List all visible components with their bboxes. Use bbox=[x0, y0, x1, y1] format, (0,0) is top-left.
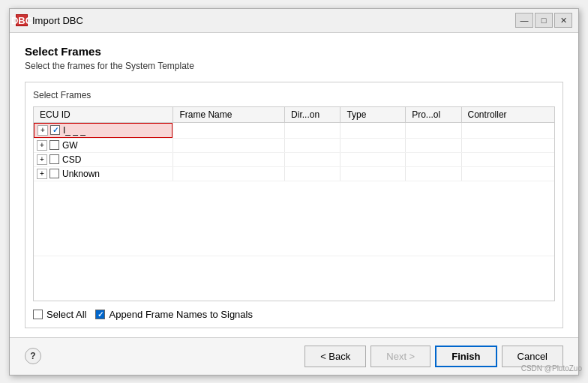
checkbox-ecu-1[interactable] bbox=[50, 125, 60, 135]
tree-row-ecu-3[interactable]: + CSD bbox=[34, 153, 172, 166]
table-body: + I_ _ _ bbox=[34, 122, 554, 256]
cell-dir-1 bbox=[285, 122, 340, 138]
cell-ctrl-3 bbox=[461, 152, 554, 166]
ecu-label-1: I_ _ _ bbox=[63, 125, 86, 136]
main-window: DBC Import DBC — □ ✕ Select Frames Selec… bbox=[9, 8, 579, 376]
table-row[interactable]: + GW bbox=[34, 138, 554, 152]
titlebar: DBC Import DBC — □ ✕ bbox=[10, 9, 578, 33]
help-button[interactable]: ? bbox=[25, 348, 41, 364]
tree-row-ecu-2[interactable]: + GW bbox=[34, 139, 172, 152]
cell-dir-4 bbox=[285, 166, 340, 181]
minimize-button[interactable]: — bbox=[515, 13, 533, 28]
app-icon: DBC bbox=[16, 14, 28, 26]
cell-prot-3 bbox=[406, 152, 461, 166]
page-title: Select Frames bbox=[25, 45, 563, 58]
watermark: CSDN @PlutoZuo bbox=[521, 364, 582, 373]
cell-ctrl-2 bbox=[461, 138, 554, 152]
append-checkbox[interactable] bbox=[95, 310, 105, 319]
tree-row-ecu-1[interactable]: + I_ _ _ bbox=[34, 123, 172, 138]
cell-type-1 bbox=[340, 122, 406, 138]
ecu-label-3: CSD bbox=[62, 154, 81, 165]
col-header-ecu-id: ECU ID bbox=[34, 107, 173, 123]
cell-type-3 bbox=[340, 152, 406, 166]
frames-table-container: ECU ID Frame Name Dir...on Type Pro...ol… bbox=[33, 106, 555, 301]
table-header-row: ECU ID Frame Name Dir...on Type Pro...ol… bbox=[34, 107, 554, 123]
panel-title: Select Frames bbox=[33, 90, 555, 100]
expand-icon-4[interactable]: + bbox=[37, 169, 47, 179]
page-subtitle: Select the frames for the System Templat… bbox=[25, 61, 563, 71]
table-row[interactable]: + Unknown bbox=[34, 166, 554, 181]
ecu-label-2: GW bbox=[62, 140, 78, 151]
append-option[interactable]: Append Frame Names to Signals bbox=[95, 309, 252, 320]
select-frames-panel: Select Frames ECU ID Frame Name Dir...on… bbox=[25, 82, 563, 328]
checkbox-ecu-4[interactable] bbox=[50, 169, 59, 178]
maximize-button[interactable]: □ bbox=[535, 13, 553, 28]
cell-prot-1 bbox=[406, 122, 461, 138]
cell-fname-3 bbox=[173, 152, 285, 166]
col-header-direction: Dir...on bbox=[285, 107, 340, 123]
cell-fname-1 bbox=[173, 122, 285, 138]
back-button[interactable]: < Back bbox=[304, 346, 366, 367]
bottom-options: Select All Append Frame Names to Signals bbox=[33, 309, 555, 320]
titlebar-left: DBC Import DBC bbox=[16, 14, 83, 26]
cell-fname-4 bbox=[173, 166, 285, 181]
cell-fname-2 bbox=[173, 138, 285, 152]
cell-dir-2 bbox=[285, 138, 340, 152]
cell-ctrl-1 bbox=[461, 122, 554, 138]
next-button[interactable]: Next > bbox=[370, 346, 430, 367]
expand-icon-3[interactable]: + bbox=[37, 154, 47, 165]
frames-table: ECU ID Frame Name Dir...on Type Pro...ol… bbox=[34, 107, 554, 256]
tree-row-ecu-4[interactable]: + Unknown bbox=[34, 167, 172, 181]
expand-icon-2[interactable]: + bbox=[37, 140, 47, 151]
col-header-frame-name: Frame Name bbox=[173, 107, 285, 123]
col-header-controller: Controller bbox=[461, 107, 554, 123]
col-header-protocol: Pro...ol bbox=[406, 107, 461, 123]
cell-type-2 bbox=[340, 138, 406, 152]
checkbox-ecu-2[interactable] bbox=[50, 140, 59, 150]
dialog-footer: ? < Back Next > Finish Cancel bbox=[10, 337, 578, 375]
checkbox-ecu-3[interactable] bbox=[50, 154, 59, 164]
finish-button[interactable]: Finish bbox=[435, 346, 496, 367]
close-button[interactable]: ✕ bbox=[554, 13, 572, 28]
window-title: Import DBC bbox=[32, 15, 83, 26]
cell-prot-2 bbox=[406, 138, 461, 152]
select-all-checkbox[interactable] bbox=[33, 310, 43, 319]
titlebar-controls: — □ ✕ bbox=[515, 13, 572, 28]
cell-dir-3 bbox=[285, 152, 340, 166]
table-row[interactable]: + CSD bbox=[34, 152, 554, 166]
select-all-label: Select All bbox=[46, 309, 86, 320]
append-label: Append Frame Names to Signals bbox=[109, 309, 252, 320]
cell-prot-4 bbox=[406, 166, 461, 181]
col-header-type: Type bbox=[340, 107, 406, 123]
ecu-label-4: Unknown bbox=[62, 169, 100, 179]
empty-row bbox=[34, 181, 554, 256]
table-row[interactable]: + I_ _ _ bbox=[34, 122, 554, 138]
expand-icon-1[interactable]: + bbox=[38, 125, 48, 136]
select-all-option[interactable]: Select All bbox=[33, 309, 86, 320]
content-area: Select Frames Select the frames for the … bbox=[10, 33, 578, 337]
cell-type-4 bbox=[340, 166, 406, 181]
cell-ctrl-4 bbox=[461, 166, 554, 181]
footer-left: ? bbox=[25, 348, 41, 364]
